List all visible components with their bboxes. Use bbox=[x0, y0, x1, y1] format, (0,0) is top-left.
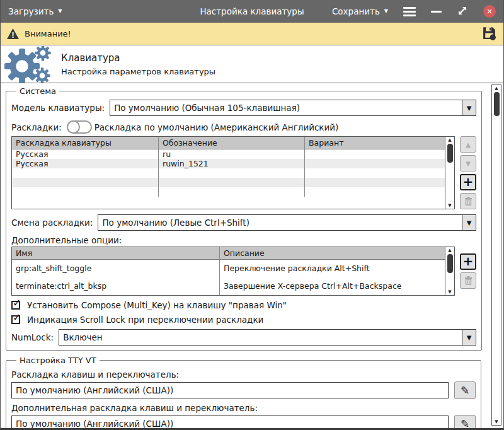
minimize-icon bbox=[431, 11, 442, 13]
scroll-up-icon[interactable]: ▲ bbox=[448, 137, 451, 143]
toggle-knob-icon bbox=[67, 120, 80, 134]
cell-description: Переключение раскладки Alt+Shift bbox=[220, 260, 445, 277]
keyboard-model-value: По умолчанию (Обычная 105-клавишная) bbox=[110, 100, 462, 115]
save-menu-label: Сохранить bbox=[332, 6, 380, 16]
page-title: Клавиатура bbox=[61, 52, 215, 64]
keyboard-model-dropdown[interactable]: По умолчанию (Обычная 105-клавишная) ▼ bbox=[110, 100, 476, 116]
switch-layout-value: По умолчанию (Левые Ctrl+Shift) bbox=[98, 215, 462, 230]
table-row-empty bbox=[12, 178, 445, 187]
tty-vt-section: Настройка TTY VT Раскладка клавиш и пере… bbox=[6, 356, 481, 428]
numlock-dropdown[interactable]: Включен ▼ bbox=[59, 329, 476, 346]
tty-extra-layout-label: Дополнительная раскладка клавиш и перекл… bbox=[11, 403, 476, 413]
page-header: Клавиатура Настройка параметров клавиату… bbox=[1, 45, 503, 83]
cell-code: ru bbox=[159, 149, 305, 159]
page-subtitle: Настройка параметров клавиатуры bbox=[61, 67, 215, 76]
layouts-table-scrollbar[interactable]: ▲ ▼ bbox=[445, 137, 454, 209]
compose-checkbox-row: ✓ Установить Compose (Multi_Key) на клав… bbox=[11, 300, 476, 310]
delete-layout-button[interactable] bbox=[460, 193, 476, 209]
scroll-lock-checkbox[interactable]: ✓ bbox=[11, 315, 20, 324]
cell-description: Завершение X-сервера Ctrl+Alt+Backspace bbox=[220, 277, 445, 295]
column-header: Раскладка клавиатуры bbox=[12, 137, 159, 149]
compose-checkbox-label: Установить Compose (Multi_Key) на клавиш… bbox=[27, 300, 287, 310]
warning-bar: ! Внимание! bbox=[1, 23, 503, 45]
pencil-icon: ✎ bbox=[461, 417, 469, 428]
warning-text: Внимание! bbox=[25, 29, 71, 38]
table-row[interactable]: terminate:ctrl_alt_bksp Завершение X-сер… bbox=[12, 277, 445, 295]
tty-vt-legend: Настройка TTY VT bbox=[16, 356, 100, 365]
close-button[interactable]: ✕ bbox=[483, 5, 496, 18]
scroll-down-icon[interactable]: ▼ bbox=[495, 419, 498, 425]
table-row[interactable]: Русская ruwin_1521 bbox=[12, 159, 445, 168]
scrollbar-thumb[interactable] bbox=[447, 144, 453, 163]
numlock-label: NumLock: bbox=[11, 332, 54, 342]
svg-text:!: ! bbox=[11, 31, 14, 40]
system-legend: Система bbox=[16, 86, 59, 96]
move-up-button[interactable]: ▲ bbox=[460, 136, 476, 153]
scroll-lock-checkbox-label: Индикация Scroll Lock при переключении р… bbox=[27, 315, 263, 325]
keyboard-model-label: Модель клавиатуры: bbox=[11, 103, 105, 113]
keyboard-settings-window: Загрузить ▼ Настройка клавиатуры Сохрани… bbox=[0, 0, 504, 430]
load-menu-button[interactable]: Загрузить ▼ bbox=[8, 6, 62, 16]
check-icon: ✓ bbox=[13, 297, 21, 309]
layouts-table: Раскладка клавиатуры Обозначение Вариант… bbox=[11, 136, 455, 209]
page-scrollbar[interactable]: ▲ ▼ bbox=[491, 84, 501, 426]
dropdown-arrow-icon[interactable]: ▼ bbox=[462, 330, 476, 345]
caret-down-icon: ▼ bbox=[58, 9, 62, 14]
save-file-button[interactable] bbox=[481, 25, 497, 43]
column-header: Описание bbox=[220, 247, 445, 259]
tty-layout-input[interactable]: По умолчанию (Английский (США)) bbox=[11, 382, 449, 398]
extra-options-label: Дополнительные опции: bbox=[11, 235, 471, 245]
cell-name: terminate:ctrl_alt_bksp bbox=[12, 277, 220, 295]
tty-extra-layout-input[interactable]: По умолчанию (Английский (США)) bbox=[11, 415, 449, 428]
expand-icon bbox=[457, 5, 468, 16]
trash-icon bbox=[464, 276, 472, 285]
cell-layout: Русская bbox=[12, 149, 159, 159]
cell-name: grp:alt_shift_toggle bbox=[12, 260, 220, 277]
switch-layout-dropdown[interactable]: По умолчанию (Левые Ctrl+Shift) ▼ bbox=[98, 214, 476, 231]
layouts-label: Раскладки: bbox=[11, 122, 62, 132]
table-row[interactable]: grp:alt_shift_toggle Переключение раскла… bbox=[12, 260, 445, 277]
up-arrow-icon: ▲ bbox=[466, 141, 471, 148]
plus-icon: + bbox=[463, 175, 474, 188]
load-menu-label: Загрузить bbox=[8, 6, 54, 16]
title-bar: Загрузить ▼ Настройка клавиатуры Сохрани… bbox=[1, 0, 503, 23]
table-row-empty bbox=[12, 168, 445, 178]
window-title: Настройка клавиатуры bbox=[200, 6, 304, 16]
maximize-button[interactable] bbox=[457, 5, 468, 18]
cell-code: ruwin_1521 bbox=[159, 159, 305, 168]
scrollbar-thumb[interactable] bbox=[447, 254, 453, 273]
dropdown-arrow-icon[interactable]: ▼ bbox=[462, 100, 476, 115]
check-icon: ✓ bbox=[13, 311, 21, 323]
layouts-toggle[interactable] bbox=[67, 120, 92, 134]
layouts-hint: Раскладка по умолчанию (Американский Анг… bbox=[94, 122, 339, 132]
plus-icon: + bbox=[463, 255, 474, 267]
hamburger-menu-button[interactable] bbox=[403, 7, 416, 16]
options-table-header: Имя Описание bbox=[12, 247, 445, 260]
column-header: Обозначение bbox=[159, 137, 305, 149]
table-row-empty bbox=[12, 187, 445, 197]
switch-layout-label: Смена раскладки: bbox=[11, 218, 93, 228]
edit-tty-layout-button[interactable]: ✎ bbox=[454, 381, 476, 399]
minimize-button[interactable] bbox=[431, 11, 442, 13]
edit-tty-extra-layout-button[interactable]: ✎ bbox=[454, 415, 476, 428]
caret-down-icon: ▼ bbox=[384, 9, 388, 14]
warning-icon: ! bbox=[7, 28, 19, 39]
add-option-button[interactable]: + bbox=[460, 253, 476, 270]
move-down-button[interactable]: ▼ bbox=[460, 155, 476, 171]
down-arrow-icon: ▼ bbox=[466, 160, 471, 167]
scroll-up-icon[interactable]: ▲ bbox=[448, 247, 451, 253]
add-layout-button[interactable]: + bbox=[460, 174, 476, 190]
dropdown-arrow-icon[interactable]: ▼ bbox=[462, 215, 476, 230]
table-row[interactable]: Русская ru bbox=[12, 149, 445, 159]
compose-checkbox[interactable]: ✓ bbox=[11, 301, 20, 310]
scroll-down-icon[interactable]: ▼ bbox=[448, 202, 451, 209]
column-header: Вариант bbox=[305, 137, 445, 149]
options-table-scrollbar[interactable]: ▲ ▼ bbox=[445, 247, 454, 295]
trash-icon bbox=[464, 197, 472, 206]
scrollbar-thumb[interactable] bbox=[494, 92, 500, 116]
delete-option-button[interactable] bbox=[460, 272, 476, 289]
scroll-down-icon[interactable]: ▼ bbox=[448, 289, 451, 295]
column-header: Имя bbox=[12, 247, 220, 259]
scroll-up-icon[interactable]: ▲ bbox=[495, 85, 498, 91]
save-menu-button[interactable]: Сохранить ▼ bbox=[332, 6, 388, 16]
